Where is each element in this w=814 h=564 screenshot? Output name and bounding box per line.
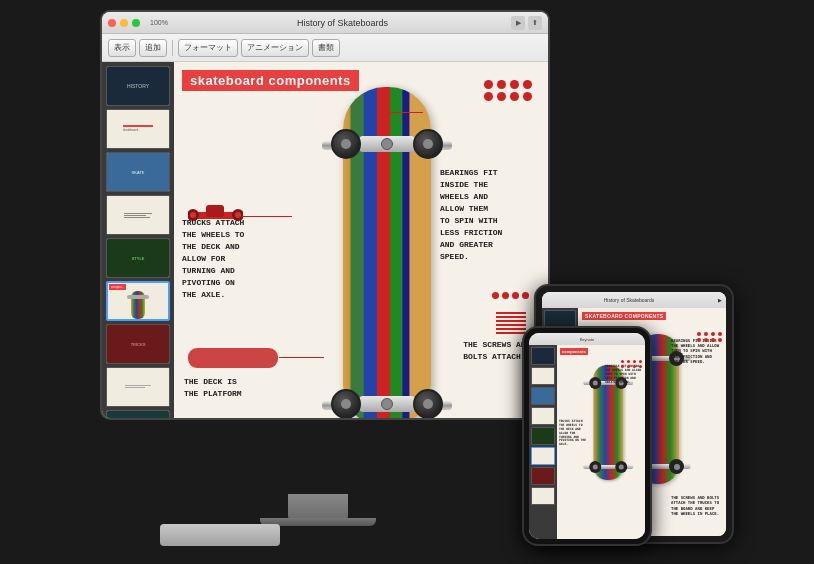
insert-button[interactable]: 追加 (139, 39, 167, 57)
bearings-annotation: BEARINGS FIT INSIDE THE WHEELS AND ALLOW… (440, 167, 540, 263)
iphone-thumb-7[interactable] (531, 467, 555, 485)
bearing-dot-7 (510, 92, 519, 101)
monitor-screen: 100% History of Skateboards ▶ ⬆ 表示 追加 フォ… (102, 12, 548, 418)
mac-mini (160, 524, 280, 546)
toolbar-separator (172, 40, 173, 56)
iphone-bearing-dots (621, 360, 643, 368)
bearing-dot-2 (497, 80, 506, 89)
kingpin-back (381, 398, 393, 410)
iphone-main: components (557, 345, 645, 539)
slide-thumb-9[interactable]: TODAY (106, 410, 170, 418)
slide-thumb-8[interactable] (106, 367, 170, 407)
document-button[interactable]: 書類 (312, 39, 340, 57)
iphone-trucks-text: TRUCKS ATTACH THE WHEELS TO THE DECK AND… (559, 420, 589, 447)
bearing-dot-5 (484, 92, 493, 101)
deck-icon-shape (188, 348, 278, 368)
deck-annotation-line (279, 357, 324, 358)
slide-panel[interactable]: HISTORY skateboard... SKATE (102, 62, 174, 418)
iphone-thumb-1[interactable] (531, 347, 555, 365)
iphone-slide-label: components (560, 348, 588, 355)
keynote-top-bar: 100% History of Skateboards ▶ ⬆ (102, 12, 548, 34)
wheel-front-right (413, 129, 443, 159)
slide-thumb-1[interactable]: HISTORY (106, 66, 170, 106)
screw-line-1 (496, 312, 526, 314)
bearing-dot-4 (523, 80, 532, 89)
slide-thumb-4[interactable] (106, 195, 170, 235)
iphone: Keynote components (522, 326, 652, 546)
bearing-dot-6 (497, 92, 506, 101)
deck-icon (188, 348, 278, 368)
close-button[interactable] (108, 19, 116, 27)
iphone-thumb-6[interactable] (531, 447, 555, 465)
screw-dot-1 (492, 292, 499, 299)
iphone-sidebar[interactable] (529, 345, 557, 539)
window-title: History of Skateboards (178, 18, 507, 28)
screw-line-5 (496, 328, 526, 330)
keynote-toolbar: 表示 追加 フォーマット アニメーション 書類 (102, 34, 548, 62)
iphone-title: Keynote (532, 337, 642, 342)
ipad-top-bar: History of Skateboards ▶ (542, 292, 726, 308)
bearings-annotation-line (383, 112, 423, 113)
truck-annotation-line (242, 216, 292, 217)
ipad-slide-label: SKATEBOARD COMPONENTS (582, 312, 666, 320)
svg-rect-1 (206, 205, 224, 217)
wheel-front-left (331, 129, 361, 159)
current-slide: skateboard components BEARINGS FIT INSID… (174, 62, 548, 418)
keynote-content: HISTORY skateboard... SKATE (102, 62, 548, 418)
screw-line-4 (496, 324, 526, 326)
bearing-dot-1 (484, 80, 493, 89)
screw-dot-2 (502, 292, 509, 299)
slide-title: skateboard components (182, 70, 359, 91)
screw-line-3 (496, 320, 526, 322)
slide-thumb-3[interactable]: SKATE (106, 152, 170, 192)
iphone-thumb-4[interactable] (531, 407, 555, 425)
iphone-content: components (529, 345, 645, 539)
trucks-annotation: TRUCKS ATTACHTHE WHEELS TOTHE DECK ANDAL… (182, 217, 244, 301)
ipad-screws-text: THE SCREWS AND BOLTS ATTACH THE TRUCKS T… (671, 495, 723, 516)
ipad-play-icon[interactable]: ▶ (718, 297, 722, 303)
bearing-dot-8 (523, 92, 532, 101)
play-btn[interactable]: ▶ (511, 16, 525, 30)
iphone-thumb-8[interactable] (531, 487, 555, 505)
view-button[interactable]: 表示 (108, 39, 136, 57)
bearing-dot-3 (510, 80, 519, 89)
minimize-button[interactable] (120, 19, 128, 27)
skateboard (322, 72, 452, 418)
slide-thumb-2[interactable]: skateboard... (106, 109, 170, 149)
screws-lines (496, 312, 526, 334)
iphone-thumb-5[interactable] (531, 427, 555, 445)
iphone-top-bar: Keynote (529, 333, 645, 345)
ipad-title: History of Skateboards (546, 297, 712, 303)
deck-annotation: THE DECK ISTHE PLATFORM (184, 376, 242, 400)
monitor: 100% History of Skateboards ▶ ⬆ 表示 追加 フォ… (100, 10, 550, 420)
wheel-back-left (331, 389, 361, 418)
screw-dot-3 (512, 292, 519, 299)
iphone-screen: Keynote components (529, 333, 645, 539)
slide-thumb-6[interactable]: compon... (106, 281, 170, 321)
top-bar-icons: ▶ ⬆ (511, 16, 542, 30)
slide-thumb-5[interactable]: STYLE (106, 238, 170, 278)
iphone-thumb-2[interactable] (531, 367, 555, 385)
screws-dots (492, 292, 530, 299)
fullscreen-button[interactable] (132, 19, 140, 27)
slide-thumb-7[interactable]: TRICKS (106, 324, 170, 364)
format-button[interactable]: フォーマット (178, 39, 238, 57)
ipad-bearing-dots (697, 332, 723, 342)
share-btn[interactable]: ⬆ (528, 16, 542, 30)
screw-dot-4 (522, 292, 529, 299)
wheel-back-right (413, 389, 443, 418)
iphone-thumb-3[interactable] (531, 387, 555, 405)
screw-line-2 (496, 316, 526, 318)
animate-button[interactable]: アニメーション (241, 39, 309, 57)
bearings-dots (484, 80, 533, 101)
kingpin-front (381, 138, 393, 150)
screw-line-6 (496, 332, 526, 334)
